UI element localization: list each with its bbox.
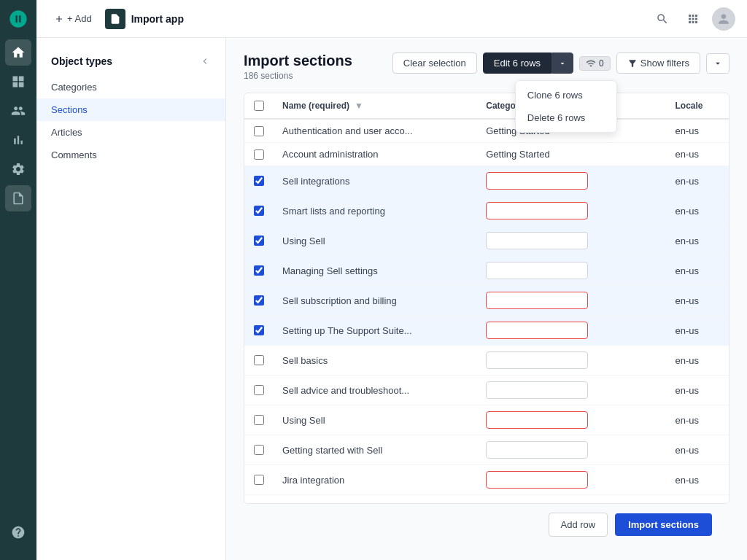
sidebar-item-label-comments: Comments bbox=[51, 149, 97, 160]
more-options-button[interactable] bbox=[706, 53, 729, 74]
row-name: Managing Sell settings bbox=[274, 256, 477, 286]
row-locale: en-us bbox=[666, 435, 729, 465]
category-input[interactable] bbox=[486, 172, 588, 190]
row-locale: en-us bbox=[666, 166, 729, 196]
nav-bar bbox=[0, 0, 36, 560]
sidebar-item-comments[interactable]: Comments bbox=[36, 144, 225, 166]
row-locale: en-us bbox=[666, 256, 729, 286]
row-checkbox[interactable] bbox=[254, 295, 264, 306]
category-input[interactable] bbox=[486, 411, 588, 429]
import-sections-button[interactable]: Import sections bbox=[615, 513, 712, 536]
page-title-area: Import sections 186 sections bbox=[244, 52, 385, 81]
row-checkbox-cell bbox=[244, 226, 274, 256]
row-extra bbox=[642, 226, 666, 256]
page-content: Import sections 186 sections Clear selec… bbox=[226, 38, 747, 560]
category-input[interactable] bbox=[486, 232, 588, 249]
row-category bbox=[477, 376, 642, 405]
th-name-label: Name (required) bbox=[282, 101, 349, 111]
table-row: Jira integrationen-us bbox=[244, 465, 729, 495]
category-input[interactable] bbox=[486, 202, 588, 219]
row-category bbox=[477, 256, 642, 286]
apps-icon[interactable] bbox=[681, 7, 705, 31]
category-input[interactable] bbox=[486, 262, 588, 279]
nav-logo[interactable] bbox=[7, 7, 30, 31]
row-category: Getting Started bbox=[477, 143, 642, 166]
row-checkbox[interactable] bbox=[254, 236, 264, 246]
sidebar-item-articles[interactable]: Articles bbox=[36, 121, 225, 144]
table-row: Authentication and user acco...Getting S… bbox=[244, 119, 729, 143]
row-name: Jira integration bbox=[274, 465, 477, 495]
sidebar-collapse-btn[interactable] bbox=[199, 55, 211, 67]
row-checkbox[interactable] bbox=[254, 149, 264, 160]
row-locale: en-us bbox=[666, 316, 729, 346]
table-row: Managing Sell settingsen-us bbox=[244, 256, 729, 286]
row-checkbox-cell bbox=[244, 346, 274, 376]
table-row: Smart lists and reportingen-us bbox=[244, 196, 729, 226]
main-area: + Add Import app Object types bbox=[36, 0, 747, 560]
category-input[interactable] bbox=[486, 441, 588, 459]
nav-icon-home[interactable] bbox=[5, 39, 31, 66]
nav-icon-users[interactable] bbox=[5, 98, 31, 124]
row-category bbox=[477, 196, 642, 226]
edit-rows-dropdown-menu: Clone 6 rows Delete 6 rows bbox=[515, 80, 617, 133]
nav-icon-settings[interactable] bbox=[5, 156, 31, 182]
row-extra bbox=[642, 119, 666, 143]
select-all-checkbox[interactable] bbox=[254, 101, 264, 111]
row-category bbox=[477, 316, 642, 346]
edit-rows-dropdown-button[interactable] bbox=[551, 52, 573, 74]
row-checkbox-cell bbox=[244, 143, 274, 166]
row-checkbox[interactable] bbox=[254, 325, 264, 335]
row-name: Sell integrations bbox=[274, 166, 477, 196]
nav-icon-chart[interactable] bbox=[5, 127, 31, 153]
avatar[interactable] bbox=[712, 7, 735, 31]
category-input[interactable] bbox=[486, 292, 588, 309]
th-name[interactable]: Name (required) ▼ bbox=[274, 93, 477, 119]
row-category bbox=[477, 465, 642, 495]
category-input[interactable] bbox=[486, 351, 588, 369]
edit-rows-button[interactable]: Edit 6 rows bbox=[483, 52, 551, 74]
category-input[interactable] bbox=[486, 381, 588, 399]
row-checkbox-cell bbox=[244, 316, 274, 346]
add-button[interactable]: + Add bbox=[48, 10, 98, 27]
show-filters-label: Show filters bbox=[640, 58, 689, 69]
row-checkbox-cell bbox=[244, 405, 274, 435]
row-category bbox=[477, 166, 642, 196]
row-checkbox[interactable] bbox=[254, 176, 264, 186]
row-checkbox[interactable] bbox=[254, 355, 264, 365]
row-extra bbox=[642, 143, 666, 166]
row-checkbox[interactable] bbox=[254, 385, 264, 395]
row-checkbox-cell bbox=[244, 435, 274, 465]
row-extra bbox=[642, 196, 666, 226]
row-name: Using Sell bbox=[274, 226, 477, 256]
add-row-button[interactable]: Add row bbox=[549, 513, 608, 537]
row-checkbox[interactable] bbox=[254, 206, 264, 216]
row-extra bbox=[642, 405, 666, 435]
row-checkbox[interactable] bbox=[254, 265, 264, 276]
table-row: Sell integrationsen-us bbox=[244, 166, 729, 196]
nav-bottom bbox=[5, 519, 31, 553]
sort-icon: ▼ bbox=[355, 101, 363, 111]
row-checkbox[interactable] bbox=[254, 126, 264, 136]
nav-icon-support[interactable] bbox=[5, 519, 31, 545]
row-checkbox[interactable] bbox=[254, 475, 264, 485]
clone-rows-item[interactable]: Clone 6 rows bbox=[516, 84, 616, 106]
pagination: « ‹ 1 2 3 4 › » bbox=[244, 495, 729, 504]
sidebar-title: Object types bbox=[36, 50, 225, 76]
search-icon[interactable] bbox=[651, 7, 674, 31]
row-locale: en-us bbox=[666, 226, 729, 256]
delete-rows-item[interactable]: Delete 6 rows bbox=[516, 106, 616, 129]
category-input[interactable] bbox=[486, 322, 588, 339]
nav-icon-document[interactable] bbox=[5, 185, 31, 211]
sidebar-item-categories[interactable]: Categories bbox=[36, 76, 225, 98]
row-extra bbox=[642, 166, 666, 196]
th-locale: Locale bbox=[666, 93, 729, 119]
nav-icon-grid[interactable] bbox=[5, 69, 31, 95]
row-locale: en-us bbox=[666, 143, 729, 166]
row-checkbox[interactable] bbox=[254, 445, 264, 455]
sidebar-item-sections[interactable]: Sections bbox=[36, 98, 225, 121]
row-checkbox[interactable] bbox=[254, 415, 264, 425]
show-filters-button[interactable]: Show filters bbox=[616, 52, 700, 74]
category-input[interactable] bbox=[486, 471, 588, 489]
clear-selection-button[interactable]: Clear selection bbox=[392, 52, 477, 74]
row-locale: en-us bbox=[666, 119, 729, 143]
